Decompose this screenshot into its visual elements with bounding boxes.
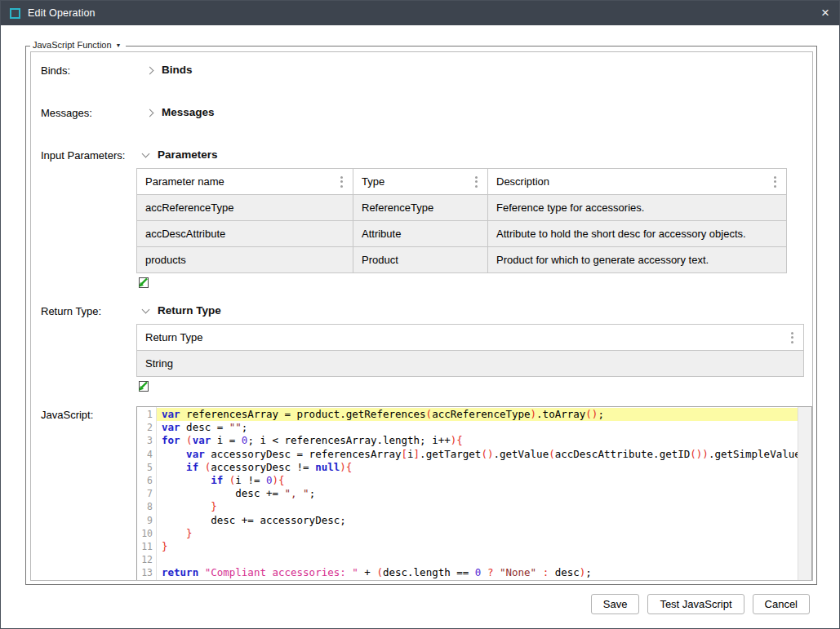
- chevron-right-icon: [146, 109, 154, 117]
- code-line[interactable]: var accessoryDesc = referencesArray[i].g…: [162, 448, 798, 461]
- binds-expander[interactable]: Binds: [136, 62, 812, 76]
- table-row[interactable]: products Product Product for which to ge…: [137, 247, 787, 273]
- code-line[interactable]: return "Compliant accessories: " + (desc…: [162, 566, 798, 579]
- return-type-field-label: Return Type:: [41, 303, 136, 396]
- line-numbers: 12345678910111213: [137, 407, 157, 581]
- column-menu-icon[interactable]: [473, 175, 479, 189]
- groupbox-caret-icon: ▼: [116, 42, 122, 48]
- export-icon: [136, 276, 150, 290]
- code-line[interactable]: }: [162, 500, 798, 513]
- return-type-table: Return Type String: [136, 324, 804, 377]
- code-line[interactable]: [162, 553, 798, 566]
- window-title: Edit Operation: [28, 7, 96, 19]
- return-type-row: Return Type: Return Type Return Type: [41, 303, 812, 396]
- input-parameters-field-label: Input Parameters:: [41, 147, 136, 292]
- input-parameters-row: Input Parameters: Parameters Parameter n…: [41, 147, 812, 292]
- messages-field-label: Messages:: [41, 104, 136, 126]
- parameters-table: Parameter name Type Description: [136, 168, 787, 273]
- code-line[interactable]: if (i != 0){: [162, 474, 798, 487]
- column-header-parameter-name[interactable]: Parameter name: [137, 169, 353, 195]
- code-line[interactable]: for (var i = 0; i < referencesArray.leng…: [162, 434, 798, 447]
- chevron-down-icon: [142, 149, 150, 157]
- close-icon[interactable]: ×: [811, 1, 839, 25]
- edit-operation-dialog: Edit Operation × JavaScript Function ▼ B…: [0, 0, 840, 629]
- test-javascript-button[interactable]: Test JavaScript: [647, 594, 744, 614]
- chevron-down-icon: [142, 305, 150, 313]
- code-line[interactable]: var desc = "";: [162, 421, 798, 434]
- code-line[interactable]: var referencesArray = product.getReferen…: [157, 408, 798, 421]
- chevron-right-icon: [146, 66, 154, 74]
- column-header-description[interactable]: Description: [488, 169, 787, 195]
- code-line[interactable]: if (accessoryDesc != null){: [162, 461, 798, 474]
- app-window-icon: [10, 8, 20, 19]
- table-row[interactable]: accDescAttribute Attribute Attribute to …: [137, 221, 787, 247]
- column-menu-icon[interactable]: [772, 175, 778, 189]
- export-table-button[interactable]: [136, 276, 150, 292]
- messages-row: Messages: Messages: [41, 104, 812, 126]
- column-menu-icon[interactable]: [789, 330, 795, 345]
- binds-field-label: Binds:: [41, 62, 136, 83]
- code-content[interactable]: var referencesArray = product.getReferen…: [157, 407, 798, 581]
- table-row[interactable]: accReferenceType ReferenceType Feference…: [137, 195, 787, 221]
- code-line[interactable]: }: [162, 540, 798, 553]
- javascript-editor[interactable]: 12345678910111213 var referencesArray = …: [136, 406, 812, 581]
- javascript-function-groupbox: JavaScript Function ▼ Binds: Binds Messa…: [25, 46, 817, 585]
- titlebar: Edit Operation ×: [1, 1, 839, 25]
- javascript-row: JavaScript: 12345678910111213 var refere…: [41, 406, 812, 581]
- messages-expander[interactable]: Messages: [136, 104, 812, 118]
- binds-row: Binds: Binds: [41, 62, 812, 83]
- vertical-scrollbar[interactable]: [798, 407, 811, 581]
- return-type-expander[interactable]: Return Type: [136, 303, 812, 317]
- column-header-return-type[interactable]: Return Type: [137, 325, 804, 351]
- code-line[interactable]: }: [162, 527, 798, 540]
- column-menu-icon[interactable]: [339, 175, 344, 189]
- column-header-type[interactable]: Type: [353, 169, 488, 195]
- code-line[interactable]: desc += accessoryDesc;: [162, 514, 798, 527]
- groupbox-label[interactable]: JavaScript Function ▼: [30, 40, 126, 50]
- javascript-field-label: JavaScript:: [41, 406, 136, 581]
- export-icon: [136, 379, 150, 393]
- table-row[interactable]: String: [137, 351, 804, 377]
- groupbox-content: Binds: Binds Messages: Messages: [30, 51, 813, 581]
- dialog-footer: Save Test JavaScript Cancel: [591, 594, 810, 614]
- export-table-button[interactable]: [136, 379, 150, 396]
- parameters-expander[interactable]: Parameters: [136, 147, 812, 161]
- code-line[interactable]: desc += ", ";: [162, 487, 798, 500]
- cancel-button[interactable]: Cancel: [753, 594, 810, 614]
- save-button[interactable]: Save: [591, 594, 640, 614]
